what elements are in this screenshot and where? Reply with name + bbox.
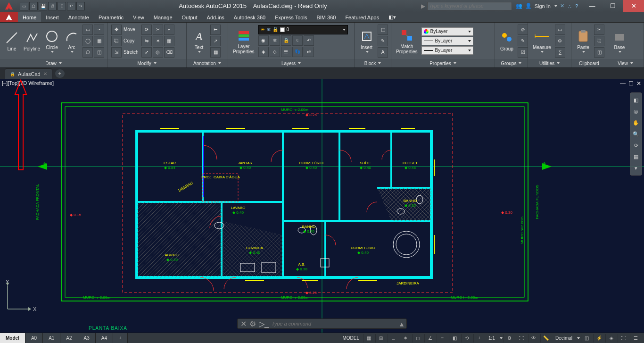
stretch-button[interactable]: ⇲Stretch — [110, 47, 140, 58]
otrack-icon[interactable]: ∠ — [424, 334, 436, 343]
base-view-button[interactable]: Base — [610, 28, 629, 54]
layout-a3[interactable]: A3 — [78, 333, 96, 343]
move-button[interactable]: ✥Move — [110, 25, 140, 35]
panel-properties-title[interactable]: Properties — [391, 59, 495, 67]
dim-linear-icon[interactable]: ⊢ — [210, 25, 221, 35]
leader-icon[interactable]: ↗ — [210, 36, 221, 46]
measure-button[interactable]: Measure — [531, 28, 553, 54]
tab-bim360[interactable]: BIM 360 — [312, 12, 340, 22]
close-tab-icon[interactable]: ✕ — [43, 71, 47, 76]
status-units[interactable]: Decimal — [553, 335, 575, 341]
rectangle-icon[interactable]: ▭ — [83, 25, 93, 35]
ws-icon[interactable]: ⛶ — [516, 334, 527, 343]
erase-icon[interactable]: ⌫ — [164, 47, 174, 58]
layer-walk-icon[interactable]: 👣 — [292, 47, 303, 57]
layer-off-icon[interactable]: ◉ — [258, 35, 269, 46]
linetype-combo[interactable]: ByLayer — [421, 37, 473, 45]
status-model[interactable]: MODEL — [339, 335, 362, 341]
layer-iso-icon[interactable]: ◈ — [258, 47, 269, 57]
help-icon[interactable]: ? — [575, 3, 578, 9]
maximize-button[interactable]: ☐ — [603, 0, 623, 12]
layout-model[interactable]: Model — [0, 333, 25, 343]
qat-plot-icon[interactable]: ⌷ — [58, 2, 66, 10]
lineweight-combo[interactable]: ByLayer — [421, 46, 473, 55]
panel-draw-title[interactable]: Draw — [0, 59, 107, 67]
panel-block-title[interactable]: Block — [355, 59, 391, 67]
layer-freeze-icon[interactable]: ❄ — [270, 35, 280, 46]
tab-parametric[interactable]: Parametric — [94, 12, 128, 22]
panel-groups-title[interactable]: Groups — [495, 59, 528, 67]
text-button[interactable]: AText — [190, 28, 208, 54]
cmd-recent-icon[interactable]: ▴ — [400, 319, 404, 328]
region-icon[interactable]: ◫ — [94, 47, 104, 58]
panel-modify-title[interactable]: Modify — [107, 59, 186, 67]
pasteblk-icon[interactable]: ◫ — [594, 47, 604, 58]
clean-icon[interactable]: ⛶ — [618, 334, 629, 343]
panel-utilities-title[interactable]: Utilities — [528, 59, 571, 67]
tab-plugin-icon[interactable]: ◧▾ — [384, 12, 401, 22]
edit-block-icon[interactable]: ✎ — [378, 36, 388, 46]
qat-undo-icon[interactable]: ↶ — [67, 2, 75, 10]
orbit-icon[interactable]: ⟳ — [632, 141, 640, 150]
copy-clip-icon[interactable]: ⿻ — [594, 36, 604, 46]
app-logo[interactable] — [0, 0, 18, 12]
layout-a0[interactable]: A0 — [25, 333, 43, 343]
layout-a1[interactable]: A1 — [43, 333, 60, 343]
layer-lock-icon[interactable]: 🔒 — [281, 35, 291, 46]
fillet-icon[interactable]: ⌐ — [164, 25, 174, 35]
panel-view-title[interactable]: View — [607, 59, 644, 67]
ellipse-icon[interactable]: ◯ — [83, 36, 93, 46]
qat-open-icon[interactable]: ☖ — [29, 2, 38, 10]
insert-block-button[interactable]: Insert — [357, 28, 376, 54]
search-play-icon[interactable]: ▶ — [421, 3, 425, 9]
app-menu-button[interactable] — [0, 12, 18, 22]
viewcube-icon[interactable]: ◧ — [632, 96, 640, 104]
tab-view[interactable]: View — [128, 12, 149, 22]
anno-monitor-icon[interactable]: 👁 — [528, 334, 539, 343]
cut-icon[interactable]: ✂ — [594, 25, 604, 35]
trim-icon[interactable]: ✂ — [153, 25, 163, 35]
qat-redo-icon[interactable]: ↷ — [76, 2, 85, 10]
tab-annotate[interactable]: Annotate — [64, 12, 94, 22]
offset-icon[interactable]: ◎ — [153, 47, 163, 58]
vp-close-icon[interactable]: ✕ — [636, 80, 641, 87]
match-properties-button[interactable]: Match Properties — [394, 27, 420, 55]
showmotion-icon[interactable]: ▦ — [632, 152, 640, 161]
vp-maximize-icon[interactable]: ☐ — [628, 80, 634, 87]
tab-addins[interactable]: Add-ins — [202, 12, 229, 22]
minimize-button[interactable]: — — [582, 0, 603, 12]
create-block-icon[interactable]: ◫ — [378, 25, 388, 35]
panel-annotation-title[interactable]: Annotation — [187, 59, 228, 67]
paste-button[interactable]: Paste — [574, 28, 592, 54]
qat-new-icon[interactable]: ▭ — [20, 2, 28, 10]
group-sel-icon[interactable]: ☑ — [518, 47, 528, 58]
vp-minimize-icon[interactable]: — — [620, 80, 626, 87]
ungroup-icon[interactable]: ⊘ — [518, 25, 528, 35]
mirror-icon[interactable]: ⇋ — [141, 36, 152, 46]
layout-a2[interactable]: A2 — [60, 333, 78, 343]
command-input[interactable] — [272, 321, 397, 326]
exchange-icon[interactable]: ✕ — [560, 3, 564, 9]
table-icon[interactable]: ▦ — [210, 47, 221, 58]
polygon-icon[interactable]: ⬠ — [83, 47, 93, 58]
cmd-customize-icon[interactable]: ⚙ — [249, 319, 256, 328]
panel-layers-title[interactable]: Layers — [228, 59, 354, 67]
cmd-close-icon[interactable]: ✕ — [240, 319, 247, 328]
units-icon[interactable]: 📏 — [540, 334, 552, 343]
polar-icon[interactable]: ✶ — [400, 334, 411, 343]
lwt-icon[interactable]: ≡ — [437, 334, 448, 343]
transparency-icon[interactable]: ◧ — [449, 334, 460, 343]
tab-insert[interactable]: Insert — [41, 12, 64, 22]
tab-home[interactable]: Home — [18, 12, 41, 22]
steering-icon[interactable]: ◎ — [632, 107, 640, 116]
search-input[interactable] — [427, 2, 512, 10]
new-tab-button[interactable]: + — [55, 69, 65, 78]
group-edit-icon[interactable]: ✎ — [518, 36, 528, 46]
group-button[interactable]: Group — [498, 29, 516, 52]
layer-match-icon[interactable]: ≈ — [292, 35, 303, 46]
explode-icon[interactable]: ✶ — [153, 36, 163, 46]
circle-button[interactable]: Circle — [43, 28, 61, 54]
layer-change-icon[interactable]: ⇄ — [304, 47, 314, 57]
osnap-icon[interactable]: ◻ — [412, 334, 423, 343]
tab-output[interactable]: Output — [177, 12, 202, 22]
